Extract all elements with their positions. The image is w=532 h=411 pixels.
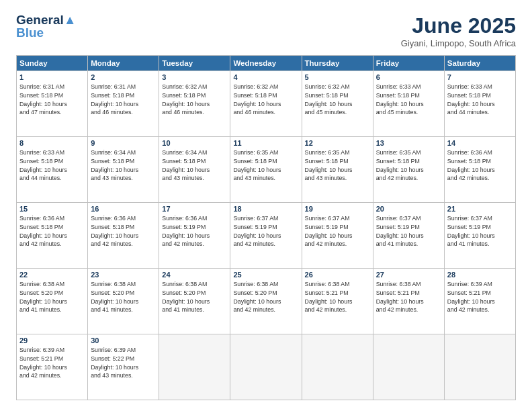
- day-info: Sunrise: 6:32 AMSunset: 5:18 PMDaylight:…: [162, 83, 227, 117]
- day-number: 10: [162, 139, 227, 147]
- day-number: 22: [19, 271, 85, 279]
- day-number: 21: [447, 205, 513, 213]
- day-info: Sunrise: 6:38 AMSunset: 5:21 PMDaylight:…: [376, 280, 441, 314]
- day-4: 4Sunrise: 6:32 AMSunset: 5:18 PMDaylight…: [230, 71, 302, 137]
- day-info: Sunrise: 6:31 AMSunset: 5:18 PMDaylight:…: [19, 83, 85, 117]
- logo-blue: Blue: [16, 26, 44, 40]
- page: General▲ Blue June 2025 Giyani, Limpopo,…: [0, 0, 532, 411]
- day-number: 20: [376, 205, 441, 213]
- day-13: 13Sunrise: 6:35 AMSunset: 5:18 PMDayligh…: [373, 137, 444, 203]
- day-info: Sunrise: 6:36 AMSunset: 5:18 PMDaylight:…: [447, 148, 513, 183]
- day-number: 24: [162, 271, 227, 279]
- day-29: 29Sunrise: 6:39 AMSunset: 5:21 PMDayligh…: [17, 334, 88, 400]
- day-number: 27: [376, 271, 441, 279]
- day-number: 29: [19, 336, 85, 345]
- day-info: Sunrise: 6:34 AMSunset: 5:18 PMDaylight:…: [162, 148, 227, 183]
- day-number: 5: [305, 73, 370, 81]
- day-number: 11: [233, 139, 298, 147]
- day-28: 28Sunrise: 6:39 AMSunset: 5:21 PMDayligh…: [444, 269, 515, 334]
- day-24: 24Sunrise: 6:38 AMSunset: 5:20 PMDayligh…: [159, 269, 230, 334]
- day-number: 9: [91, 139, 156, 147]
- day-info: Sunrise: 6:37 AMSunset: 5:19 PMDaylight:…: [447, 214, 513, 248]
- day-info: Sunrise: 6:33 AMSunset: 5:18 PMDaylight:…: [376, 83, 441, 117]
- day-number: 4: [233, 73, 298, 81]
- day-number: 14: [447, 139, 513, 147]
- day-8: 8Sunrise: 6:33 AMSunset: 5:18 PMDaylight…: [17, 137, 88, 203]
- day-21: 21Sunrise: 6:37 AMSunset: 5:19 PMDayligh…: [444, 203, 515, 269]
- day-number: 23: [91, 271, 156, 279]
- empty-cell: [230, 334, 302, 400]
- day-22: 22Sunrise: 6:38 AMSunset: 5:20 PMDayligh…: [17, 269, 88, 334]
- day-number: 15: [19, 205, 85, 213]
- day-30: 30Sunrise: 6:39 AMSunset: 5:22 PMDayligh…: [88, 334, 159, 400]
- day-6: 6Sunrise: 6:33 AMSunset: 5:18 PMDaylight…: [373, 71, 444, 137]
- day-25: 25Sunrise: 6:38 AMSunset: 5:20 PMDayligh…: [230, 269, 302, 334]
- day-number: 3: [162, 73, 227, 81]
- col-header-friday: Friday: [373, 56, 444, 71]
- day-info: Sunrise: 6:37 AMSunset: 5:19 PMDaylight:…: [305, 214, 370, 248]
- day-info: Sunrise: 6:38 AMSunset: 5:20 PMDaylight:…: [162, 280, 227, 314]
- day-info: Sunrise: 6:36 AMSunset: 5:19 PMDaylight:…: [162, 214, 227, 248]
- day-9: 9Sunrise: 6:34 AMSunset: 5:18 PMDaylight…: [88, 137, 159, 203]
- day-number: 6: [376, 73, 441, 81]
- day-number: 18: [233, 205, 298, 213]
- day-26: 26Sunrise: 6:38 AMSunset: 5:21 PMDayligh…: [302, 269, 373, 334]
- day-number: 26: [305, 271, 370, 279]
- empty-cell: [444, 334, 515, 400]
- col-header-tuesday: Tuesday: [159, 56, 230, 71]
- day-15: 15Sunrise: 6:36 AMSunset: 5:18 PMDayligh…: [17, 203, 88, 269]
- day-number: 28: [447, 271, 513, 279]
- day-18: 18Sunrise: 6:37 AMSunset: 5:19 PMDayligh…: [230, 203, 302, 269]
- day-1: 1Sunrise: 6:31 AMSunset: 5:18 PMDaylight…: [17, 71, 88, 137]
- day-2: 2Sunrise: 6:31 AMSunset: 5:18 PMDaylight…: [88, 71, 159, 137]
- day-23: 23Sunrise: 6:38 AMSunset: 5:20 PMDayligh…: [88, 269, 159, 334]
- day-info: Sunrise: 6:39 AMSunset: 5:22 PMDaylight:…: [91, 346, 156, 380]
- day-info: Sunrise: 6:35 AMSunset: 5:18 PMDaylight:…: [233, 148, 298, 183]
- day-19: 19Sunrise: 6:37 AMSunset: 5:19 PMDayligh…: [302, 203, 373, 269]
- day-info: Sunrise: 6:35 AMSunset: 5:18 PMDaylight:…: [376, 148, 441, 183]
- day-number: 17: [162, 205, 227, 213]
- day-number: 16: [91, 205, 156, 213]
- day-info: Sunrise: 6:36 AMSunset: 5:18 PMDaylight:…: [19, 214, 85, 248]
- day-info: Sunrise: 6:38 AMSunset: 5:21 PMDaylight:…: [305, 280, 370, 314]
- day-info: Sunrise: 6:39 AMSunset: 5:21 PMDaylight:…: [447, 280, 513, 314]
- day-info: Sunrise: 6:37 AMSunset: 5:19 PMDaylight:…: [233, 214, 298, 248]
- day-info: Sunrise: 6:35 AMSunset: 5:18 PMDaylight:…: [305, 148, 370, 183]
- day-16: 16Sunrise: 6:36 AMSunset: 5:18 PMDayligh…: [88, 203, 159, 269]
- day-number: 13: [376, 139, 441, 147]
- day-info: Sunrise: 6:37 AMSunset: 5:19 PMDaylight:…: [376, 214, 441, 248]
- day-info: Sunrise: 6:38 AMSunset: 5:20 PMDaylight:…: [233, 280, 298, 314]
- empty-cell: [159, 334, 230, 400]
- col-header-sunday: Sunday: [17, 56, 88, 71]
- day-number: 25: [233, 271, 298, 279]
- empty-cell: [302, 334, 373, 400]
- title-block: June 2025 Giyani, Limpopo, South Africa: [401, 13, 516, 48]
- day-number: 1: [19, 73, 85, 81]
- header: General▲ Blue June 2025 Giyani, Limpopo,…: [16, 13, 516, 48]
- day-info: Sunrise: 6:33 AMSunset: 5:18 PMDaylight:…: [447, 83, 513, 117]
- day-info: Sunrise: 6:38 AMSunset: 5:20 PMDaylight:…: [19, 280, 85, 314]
- logo: General▲ Blue: [16, 13, 77, 40]
- day-11: 11Sunrise: 6:35 AMSunset: 5:18 PMDayligh…: [230, 137, 302, 203]
- day-20: 20Sunrise: 6:37 AMSunset: 5:19 PMDayligh…: [373, 203, 444, 269]
- day-number: 2: [91, 73, 156, 81]
- location-subtitle: Giyani, Limpopo, South Africa: [401, 38, 516, 48]
- day-number: 7: [447, 73, 513, 81]
- day-number: 12: [305, 139, 370, 147]
- day-14: 14Sunrise: 6:36 AMSunset: 5:18 PMDayligh…: [444, 137, 515, 203]
- day-info: Sunrise: 6:32 AMSunset: 5:18 PMDaylight:…: [305, 83, 370, 117]
- day-number: 8: [19, 139, 85, 147]
- day-17: 17Sunrise: 6:36 AMSunset: 5:19 PMDayligh…: [159, 203, 230, 269]
- day-info: Sunrise: 6:31 AMSunset: 5:18 PMDaylight:…: [91, 83, 156, 117]
- day-number: 30: [91, 336, 156, 345]
- col-header-saturday: Saturday: [444, 56, 515, 71]
- day-info: Sunrise: 6:34 AMSunset: 5:18 PMDaylight:…: [91, 148, 156, 183]
- day-5: 5Sunrise: 6:32 AMSunset: 5:18 PMDaylight…: [302, 71, 373, 137]
- day-info: Sunrise: 6:33 AMSunset: 5:18 PMDaylight:…: [19, 148, 85, 183]
- day-7: 7Sunrise: 6:33 AMSunset: 5:18 PMDaylight…: [444, 71, 515, 137]
- day-info: Sunrise: 6:36 AMSunset: 5:18 PMDaylight:…: [91, 214, 156, 248]
- header-row: SundayMondayTuesdayWednesdayThursdayFrid…: [17, 56, 516, 71]
- day-10: 10Sunrise: 6:34 AMSunset: 5:18 PMDayligh…: [159, 137, 230, 203]
- day-3: 3Sunrise: 6:32 AMSunset: 5:18 PMDaylight…: [159, 71, 230, 137]
- day-info: Sunrise: 6:39 AMSunset: 5:21 PMDaylight:…: [19, 346, 85, 380]
